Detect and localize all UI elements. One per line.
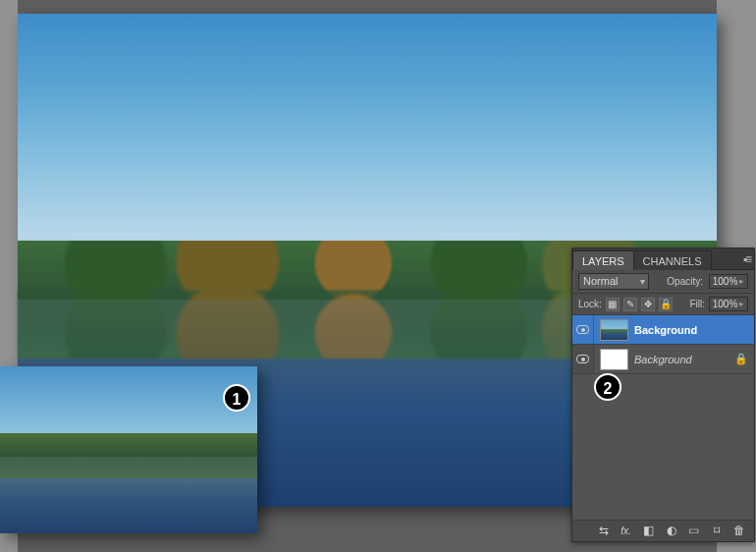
layer-thumbnail[interactable] <box>600 349 628 370</box>
layer-list: Background Background 🔒 <box>572 315 754 520</box>
layer-name[interactable]: Background <box>634 354 734 365</box>
layer-fx-icon[interactable]: fx. <box>619 524 633 537</box>
layer-row[interactable]: Background 🔒 <box>572 345 754 374</box>
lock-transparency-icon[interactable]: ▦ <box>606 298 620 311</box>
layer-name[interactable]: Background <box>634 324 754 336</box>
eye-icon <box>576 355 589 363</box>
eye-icon <box>576 325 589 334</box>
adjustment-layer-icon[interactable]: ◐ <box>664 524 678 537</box>
fill-input[interactable]: 100% <box>709 297 748 311</box>
lock-pixels-icon[interactable]: ✎ <box>623 298 637 311</box>
panel-footer: ⇆ fx. ◧ ◐ ▭ ⌑ 🗑 <box>572 520 754 541</box>
new-group-icon[interactable]: ▭ <box>686 524 701 537</box>
panel-blend-row: Normal Opacity: 100% <box>572 270 754 294</box>
lock-position-icon[interactable]: ✥ <box>641 298 655 311</box>
document-thumbnail[interactable] <box>0 366 257 533</box>
opacity-label: Opacity: <box>667 276 703 287</box>
lock-label: Lock: <box>578 299 602 309</box>
link-layers-icon[interactable]: ⇆ <box>596 524 611 537</box>
fill-label: Fill: <box>689 299 705 309</box>
lock-controls: ▦ ✎ ✥ 🔒 <box>606 298 673 311</box>
layer-thumbnail[interactable] <box>600 319 628 341</box>
delete-layer-icon[interactable]: 🗑 <box>731 524 746 537</box>
thumbnail-reflection <box>0 455 257 478</box>
opacity-input[interactable]: 100% <box>709 274 748 289</box>
layer-row[interactable]: Background <box>572 315 754 345</box>
layer-visibility-toggle[interactable] <box>572 345 594 373</box>
annotation-badge-2: 2 <box>594 373 621 401</box>
lock-all-icon[interactable]: 🔒 <box>659 298 673 311</box>
lock-icon: 🔒 <box>734 353 746 365</box>
blend-mode-select[interactable]: Normal <box>578 273 649 290</box>
annotation-badge-1: 1 <box>223 384 250 412</box>
tab-layers[interactable]: LAYERS <box>572 250 634 270</box>
tab-channels[interactable]: CHANNELS <box>633 250 712 270</box>
layer-visibility-toggle[interactable] <box>572 315 594 344</box>
panel-menu-icon[interactable]: ▪≡ <box>743 252 750 266</box>
panel-lock-row: Lock: ▦ ✎ ✥ 🔒 Fill: 100% <box>572 294 754 315</box>
thumbnail-content <box>0 433 257 457</box>
add-mask-icon[interactable]: ◧ <box>641 524 656 537</box>
new-layer-icon[interactable]: ⌑ <box>709 524 724 537</box>
panel-tab-bar: LAYERS CHANNELS ▪≡ <box>572 248 754 270</box>
